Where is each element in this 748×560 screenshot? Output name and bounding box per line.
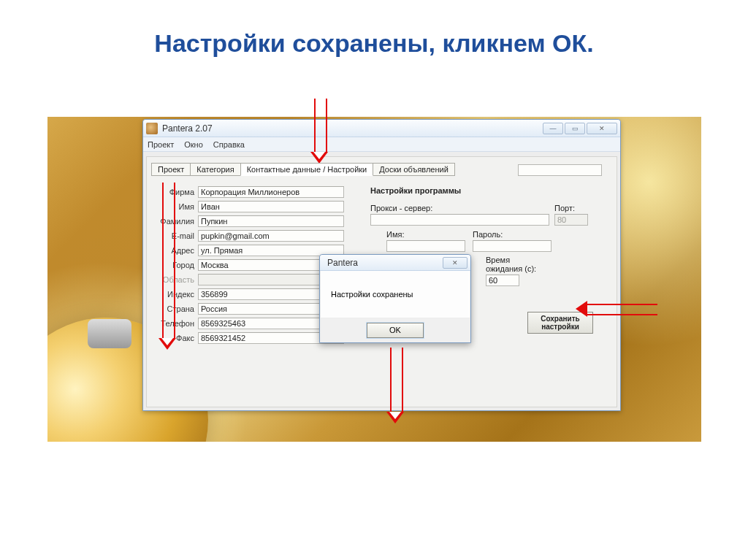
proxy-field[interactable] xyxy=(370,214,549,226)
label-wait-2: ожидания (с): xyxy=(486,264,536,273)
firma-field[interactable]: Корпорация Миллионеров xyxy=(198,186,344,198)
name-field[interactable]: Иван xyxy=(198,201,344,212)
tab-boards[interactable]: Доски объявлений xyxy=(373,163,455,176)
label-login: Имя: xyxy=(386,230,404,239)
minimize-button[interactable]: — xyxy=(543,123,563,134)
maximize-button[interactable]: ▭ xyxy=(565,123,585,134)
annotation-arrow-down-2 xyxy=(162,183,175,340)
titlebar: Pantera 2.07 — ▭ ✕ xyxy=(143,120,620,137)
close-button[interactable]: ✕ xyxy=(587,123,617,134)
menu-window[interactable]: Окно xyxy=(184,140,203,149)
header-search-field[interactable] xyxy=(518,164,602,176)
label-wait-1: Время xyxy=(486,256,510,264)
tab-category[interactable]: Категория xyxy=(190,163,240,176)
annotation-arrow-down-1 xyxy=(314,99,327,153)
tab-project[interactable]: Проект xyxy=(151,163,191,176)
confirmation-dialog: Pantera ✕ Настройки сохранены OK xyxy=(319,254,471,343)
dialog-close-button[interactable]: ✕ xyxy=(443,257,468,269)
port-field[interactable]: 80 xyxy=(554,214,588,226)
tabs: Проект Категория Контактные данные / Нас… xyxy=(151,163,454,176)
wait-field[interactable]: 60 xyxy=(486,275,519,286)
annotation-arrow-left xyxy=(586,304,657,315)
dialog-message: Настройки сохранены xyxy=(331,290,413,299)
dialog-title: Pantera xyxy=(323,258,441,268)
menubar: Проект Окно Справка xyxy=(143,137,620,152)
label-password: Пароль: xyxy=(473,230,503,239)
tab-contact-settings[interactable]: Контактные данные / Настройки xyxy=(240,163,374,176)
app-icon xyxy=(146,123,158,134)
login-field[interactable] xyxy=(386,240,465,252)
slide-title: Настройки сохранены, кликнем ОК. xyxy=(0,0,748,58)
password-field[interactable] xyxy=(473,240,552,252)
menu-project[interactable]: Проект xyxy=(148,140,174,149)
settings-section-title: Настройки программы xyxy=(370,186,461,195)
label-proxy: Прокси - сервер: xyxy=(370,204,432,212)
menu-help[interactable]: Справка xyxy=(213,140,245,149)
window-title: Pantera 2.07 xyxy=(162,123,541,134)
annotation-arrow-down-3 xyxy=(390,348,403,413)
label-port: Порт: xyxy=(554,204,575,212)
email-field[interactable]: pupkin@gmail.com xyxy=(198,230,344,242)
ok-button[interactable]: OK xyxy=(367,323,424,338)
surname-field[interactable]: Пупкин xyxy=(198,215,344,227)
